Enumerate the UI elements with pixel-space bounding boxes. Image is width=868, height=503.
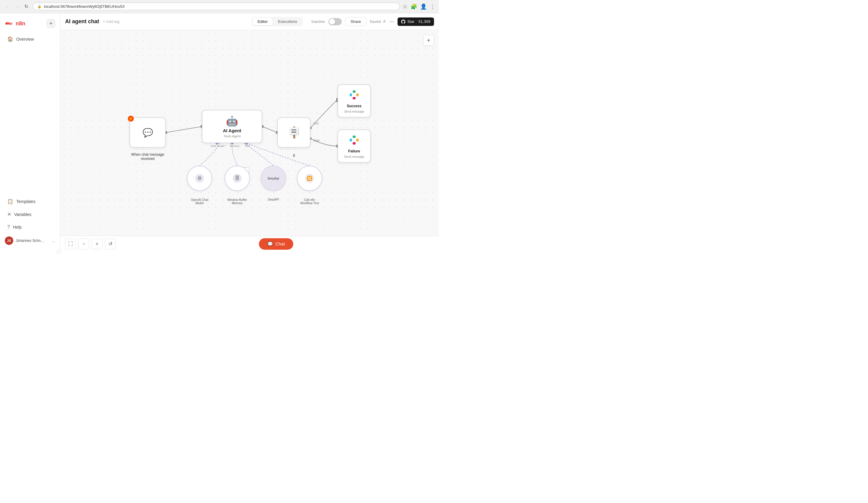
star-label: Star <box>407 19 414 24</box>
profile-icon[interactable]: 👤 <box>420 3 427 10</box>
menu-icon[interactable]: ⋮ <box>430 3 435 10</box>
editor-tabs: Editor Executions <box>252 17 303 26</box>
topbar: AI agent chat + Add tag Editor Execution… <box>60 13 439 30</box>
svg-rect-27 <box>356 93 359 96</box>
chat-icon: 💬 <box>267 241 273 247</box>
chat-button[interactable]: 💬 Chat <box>259 238 293 250</box>
new-workflow-button[interactable]: + <box>47 19 55 28</box>
browser-actions: ☆ 🧩 👤 ⋮ <box>403 3 435 10</box>
svg-rect-34 <box>353 138 355 142</box>
svg-text:Tool: Tool <box>245 145 250 148</box>
ai-agent-node[interactable]: 🤖 AI Agent Tools Agent <box>202 110 262 143</box>
tab-executions[interactable]: Executions <box>273 18 302 25</box>
slack-failure-node[interactable]: Failure Send message <box>338 129 371 163</box>
n8n-logo-icon <box>5 19 13 28</box>
svg-rect-25 <box>350 93 352 96</box>
share-button[interactable]: Share <box>345 17 366 26</box>
robot-icon: 🤖 <box>226 115 238 127</box>
svg-rect-33 <box>353 142 355 145</box>
workflow-tool-label: Call n8n Workflow Tool <box>300 198 319 205</box>
canvas-zoom-in-button[interactable]: + <box>423 35 434 46</box>
toggle-knob <box>329 19 335 25</box>
sidebar: n8n + 🏠 Overview 📋 Templates ✕ Variables… <box>0 13 60 251</box>
workflow-title: AI agent chat <box>65 18 99 25</box>
svg-rect-29 <box>353 93 355 96</box>
trigger-node[interactable]: ⚡ 💬 When chat message received <box>130 117 166 148</box>
inactive-toggle[interactable] <box>329 18 342 25</box>
forward-button[interactable]: → <box>13 3 21 10</box>
lock-icon: 🔒 <box>37 4 42 8</box>
ai-agent-subtitle: Tools Agent <box>224 134 241 138</box>
sidebar-label-overview: Overview <box>16 37 34 42</box>
svg-rect-26 <box>353 90 355 93</box>
svg-text:Memory: Memory <box>230 145 240 148</box>
saved-label: Saved ↺ <box>370 19 386 24</box>
svg-text:🔀: 🔀 <box>307 176 312 181</box>
user-more-icon[interactable]: ... <box>52 238 55 243</box>
sidebar-item-variables[interactable]: ✕ Variables <box>2 208 58 220</box>
github-star-button[interactable]: Star 51,309 <box>397 18 434 26</box>
if-node-label: If <box>293 154 295 158</box>
svg-line-5 <box>262 126 277 133</box>
status-label: Inactive <box>311 19 325 24</box>
extensions-icon[interactable]: 🧩 <box>411 3 417 10</box>
slack-success-subtitle: Send message <box>344 110 364 113</box>
openai-icon: ⚙ <box>194 173 205 184</box>
workflow-canvas[interactable]: + <box>60 30 439 236</box>
github-icon <box>401 20 405 24</box>
sidebar-label-templates: Templates <box>16 199 35 204</box>
sidebar-label-variables: Variables <box>14 212 31 217</box>
templates-icon: 📋 <box>7 199 13 204</box>
add-tag-button[interactable]: + Add tag <box>103 19 119 24</box>
history-icon[interactable]: ↺ <box>382 19 386 24</box>
bookmark-icon[interactable]: ☆ <box>403 3 407 10</box>
slack-failure-icon <box>348 134 360 146</box>
star-divider <box>416 19 416 24</box>
sidebar-item-help[interactable]: ? Help <box>2 221 58 233</box>
sidebar-label-help: Help <box>13 225 22 230</box>
ai-agent-title: AI Agent <box>223 128 241 133</box>
bottombar: ⛶ − + ↺ 💬 Chat <box>60 236 439 251</box>
fit-view-button[interactable]: ⛶ <box>65 239 76 249</box>
trigger-node-label: When chat message received <box>131 153 164 161</box>
memory-icon: 🗄 <box>232 173 242 184</box>
star-count: 51,309 <box>418 19 431 24</box>
svg-text:false: false <box>313 139 320 142</box>
workflow-tool-node[interactable]: 🔀 Call n8n Workflow Tool <box>297 166 322 191</box>
slack-success-icon <box>348 89 360 101</box>
zoom-in-button[interactable]: + <box>92 239 103 249</box>
variables-icon: ✕ <box>7 211 11 217</box>
slack-success-node[interactable]: Success Send message <box>338 84 371 117</box>
svg-line-3 <box>166 126 202 133</box>
user-avatar: JS <box>5 237 13 245</box>
url-text: localhost:5678/workflow/xWy6Oj5TBEUHzo5X <box>44 4 125 9</box>
svg-text:⚙: ⚙ <box>197 175 202 181</box>
openai-node[interactable]: ⚙ OpenAI Chat Model <box>187 166 212 191</box>
serp-node[interactable]: SerpApi SerpAPI <box>261 166 286 191</box>
sidebar-user[interactable]: JS Johannes Schn... ... <box>0 233 60 248</box>
lightning-icon: ⚡ <box>128 116 134 122</box>
serp-icon: SerpApi <box>261 166 286 190</box>
sidebar-item-overview[interactable]: 🏠 Overview <box>2 33 58 45</box>
zoom-out-button[interactable]: − <box>79 239 89 249</box>
user-name: Johannes Schn... <box>16 239 49 243</box>
reload-button[interactable]: ↻ <box>23 3 30 10</box>
memory-label: Window Buffer Memory <box>228 198 247 205</box>
back-button[interactable]: ← <box>3 3 11 10</box>
topbar-more-button[interactable]: ··· <box>389 18 394 25</box>
if-node[interactable]: 🪧 If <box>277 117 310 148</box>
svg-rect-28 <box>353 97 355 99</box>
chat-label: Chat <box>276 241 285 247</box>
memory-node[interactable]: 🗄 Window Buffer Memory <box>225 166 250 191</box>
sidebar-item-templates[interactable]: 📋 Templates <box>2 196 58 207</box>
slack-failure-title: Failure <box>348 149 360 153</box>
serp-label: SerpAPI <box>268 198 279 201</box>
app-layout: n8n + 🏠 Overview 📋 Templates ✕ Variables… <box>0 13 439 251</box>
svg-rect-31 <box>353 136 355 138</box>
reset-view-button[interactable]: ↺ <box>105 239 116 249</box>
tab-editor[interactable]: Editor <box>252 18 272 25</box>
svg-text:🗄: 🗄 <box>235 175 240 181</box>
logo-text: n8n <box>16 20 25 27</box>
address-bar[interactable]: 🔒 localhost:5678/workflow/xWy6Oj5TBEUHzo… <box>33 3 400 10</box>
browser-nav: ← → ↻ <box>3 3 30 10</box>
